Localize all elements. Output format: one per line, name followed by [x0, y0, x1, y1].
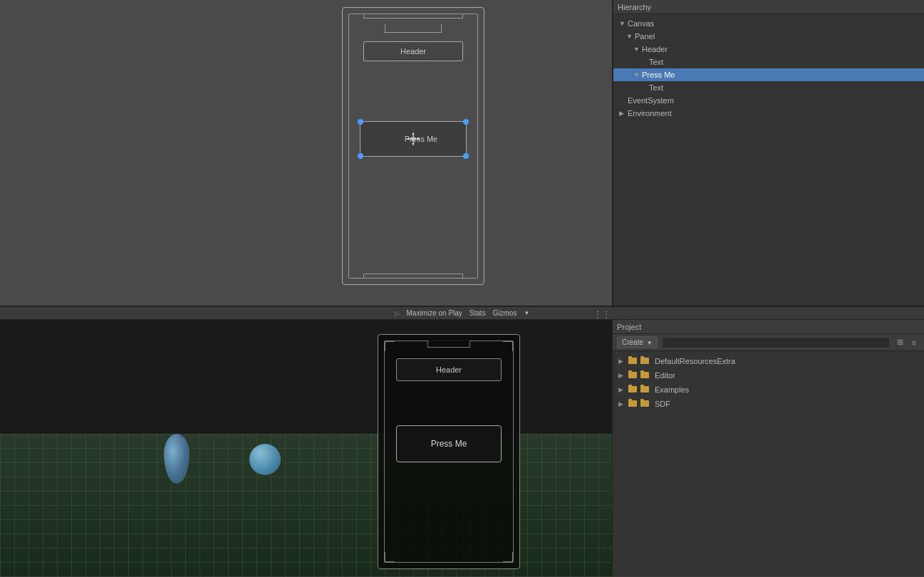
hierarchy-tree[interactable]: ▼Canvas▼Panel▼HeaderText▼Press MeTextEve…: [613, 14, 924, 306]
hierarchy-label-event-system: EventSystem: [628, 96, 674, 105]
project-item-editor[interactable]: ▶Editor: [613, 368, 924, 383]
project-toolbar: Create ▼ ⊞ ≡: [613, 334, 924, 351]
create-button[interactable]: Create ▼: [617, 336, 658, 348]
hierarchy-panel: Hierarchy ▼Canvas▼Panel▼HeaderText▼Press…: [613, 0, 924, 306]
game-press-me-btn[interactable]: Press Me: [396, 425, 502, 462]
scene-header-label: Header: [400, 47, 426, 56]
game-ui-inner: Header Press Me: [384, 341, 514, 563]
handle-br: [463, 153, 469, 159]
folder-icon2-default-resources: [640, 358, 649, 364]
tree-spacer-press-me-text: [640, 84, 648, 91]
hierarchy-header: Hierarchy: [613, 0, 924, 14]
maximize-label[interactable]: Maximize on Play: [407, 309, 462, 317]
move-gizmo-icon: [406, 132, 420, 146]
project-arrow-editor: ▶: [618, 372, 625, 379]
project-item-examples[interactable]: ▶Examples: [613, 383, 924, 397]
hierarchy-label-press-me-text: Text: [649, 83, 663, 92]
handle-bl: [358, 153, 363, 159]
tree-arrow-header: ▼: [633, 46, 640, 53]
scene-sphere-object: [249, 444, 281, 475]
create-label: Create: [622, 338, 643, 346]
tree-arrow-environment: ▶: [619, 110, 626, 117]
game-floor: [0, 434, 612, 576]
project-title: Project: [617, 323, 641, 331]
layout-icon[interactable]: ⊞: [894, 337, 905, 348]
scene-press-me-btn[interactable]: Press Me: [360, 121, 467, 157]
game-view: Header Press Me: [0, 320, 613, 576]
folder-icon-inner-default-resources: [640, 357, 649, 365]
project-arrow-sdf: ▶: [618, 400, 625, 407]
folder-icon-examples: [628, 386, 637, 393]
folder-icon-sdf: [628, 400, 637, 407]
tree-arrow-press-me: ▼: [633, 71, 640, 78]
game-header-box: Header: [396, 358, 502, 381]
gizmos-arrow: ▼: [524, 310, 530, 316]
project-item-default-resources[interactable]: ▶DefaultResourcesExtra: [613, 354, 924, 368]
folder-icon-outer-examples: [628, 385, 637, 394]
hierarchy-item-panel[interactable]: ▼Panel: [613, 30, 924, 43]
hierarchy-item-header-text[interactable]: Text: [613, 56, 924, 68]
svg-marker-8: [417, 137, 420, 140]
project-arrow-examples: ▶: [618, 386, 625, 393]
folder-icon-inner-examples: [640, 385, 649, 394]
tree-arrow-panel: ▼: [626, 33, 633, 40]
folder-icon-inner-sdf: [640, 400, 649, 408]
svg-marker-6: [412, 143, 415, 145]
list-icon[interactable]: ≡: [908, 337, 920, 348]
game-ui-panel: Header Press Me: [378, 334, 520, 569]
hierarchy-item-event-system[interactable]: EventSystem: [613, 94, 924, 107]
folder-icon2-sdf: [640, 400, 649, 407]
stats-label[interactable]: Stats: [469, 309, 486, 317]
project-arrow-default-resources: ▶: [618, 358, 625, 365]
hierarchy-label-press-me: Press Me: [642, 71, 675, 79]
folder-icon2-editor: [640, 372, 649, 378]
folder-icon-inner-editor: [640, 371, 649, 380]
project-icon-group: ⊞ ≡: [894, 337, 920, 348]
project-label-examples: Examples: [655, 385, 689, 394]
folder-icon-editor: [628, 372, 637, 378]
hierarchy-title: Hierarchy: [618, 3, 651, 11]
svg-point-0: [411, 137, 415, 141]
hierarchy-item-canvas[interactable]: ▼Canvas: [613, 17, 924, 30]
hierarchy-item-press-me[interactable]: ▼Press Me: [613, 68, 924, 81]
svg-marker-7: [407, 137, 409, 140]
hierarchy-item-environment[interactable]: ▶Environment: [613, 107, 924, 120]
hierarchy-label-panel: Panel: [635, 32, 655, 41]
project-panel: Project Create ▼ ⊞ ≡ ▶DefaultResourcesEx…: [613, 320, 924, 576]
collapse-icon: ▷: [395, 310, 400, 317]
scene-ui-panel: Header: [342, 7, 484, 285]
create-arrow: ▼: [647, 340, 653, 346]
project-label-editor: Editor: [655, 371, 675, 380]
game-header-label: Header: [436, 365, 462, 374]
hierarchy-item-header[interactable]: ▼Header: [613, 43, 924, 56]
svg-marker-5: [412, 132, 415, 135]
gizmos-label[interactable]: Gizmos: [493, 309, 517, 317]
scene-header-box: Header: [363, 41, 463, 61]
folder-icon-outer-editor: [628, 371, 637, 380]
corner-bl: [385, 552, 395, 562]
folder-icon-outer-sdf: [628, 400, 637, 408]
project-panel-header: Project: [613, 320, 924, 334]
folder-icon-default-resources: [628, 358, 637, 364]
project-item-sdf[interactable]: ▶SDF: [613, 397, 924, 411]
corner-tr: [503, 341, 513, 351]
corner-br: [503, 552, 513, 562]
dots-icon: ⋮⋮: [593, 309, 611, 319]
project-search-input[interactable]: [662, 337, 890, 348]
hierarchy-label-environment: Environment: [628, 109, 672, 118]
game-toolbar: ▷ Maximize on Play Stats Gizmos ▼ ⋮⋮: [0, 306, 924, 320]
project-label-sdf: SDF: [655, 400, 670, 408]
scene-ui-panel-inner: Header: [348, 14, 478, 279]
tree-arrow-canvas: ▼: [619, 20, 626, 27]
corner-tl: [385, 341, 395, 351]
tree-spacer-header-text: [640, 58, 648, 66]
bottom-row: Header Press Me Project Create ▼ ⊞ ≡: [0, 320, 924, 577]
project-tree[interactable]: ▶DefaultResourcesExtra▶Editor▶Examples▶S…: [613, 351, 924, 576]
panel-top-notch: [385, 24, 442, 33]
hierarchy-item-press-me-text[interactable]: Text: [613, 81, 924, 94]
game-press-me-label: Press Me: [431, 439, 467, 449]
hierarchy-label-header-text: Text: [649, 58, 663, 66]
game-panel-notch-top: [427, 341, 470, 348]
hierarchy-label-canvas: Canvas: [628, 19, 654, 28]
tree-spacer-event-system: [619, 97, 626, 104]
